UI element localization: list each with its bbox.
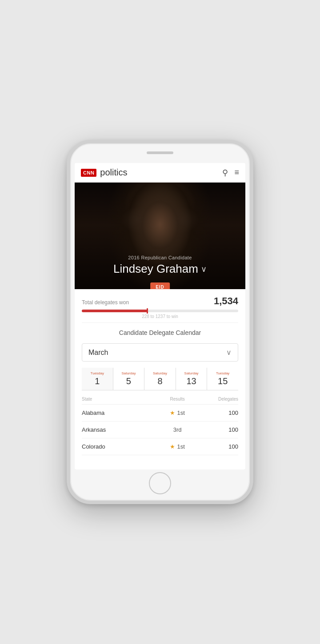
menu-icon[interactable]: ≡ [234,168,239,177]
delegates-count: 1,534 [214,295,238,307]
date-tab-15[interactable]: Tuesday 15 [207,368,238,390]
state-alabama: Alabama [82,409,151,416]
date-tab-15-number: 15 [208,376,237,386]
search-icon[interactable]: ⚲ [222,168,228,178]
month-chevron-icon: ∨ [226,348,232,357]
results-header: State Results Delegates [82,395,238,405]
hero-text: 2016 Republican Candidate Lindsey Graham… [75,255,245,276]
table-row[interactable]: Arkansas 3rd 100 [82,421,238,438]
calendar-section: Candidate Delegate Calendar March ∨ Tues… [75,323,245,461]
col-header-delegates: Delegates [204,397,238,402]
date-tab-13[interactable]: Saturday 13 [176,368,208,390]
date-tab-15-label: Tuesday [208,371,237,375]
date-tab-1-label: Tuesday [83,371,112,375]
result-arkansas-place: 3rd [151,426,203,433]
results-table: State Results Delegates Alabama ★ 1st 10… [82,395,238,455]
date-tabs: Tuesday 1 Saturday 5 Saturday 8 Saturday… [82,368,238,390]
phone-frame: CNN politics ⚲ ≡ 2016 Republican Candida… [67,140,253,504]
calendar-title: Candidate Delegate Calendar [82,329,238,336]
delegates-row: Total delegates won 1,534 [82,295,238,307]
result-colorado-delegates: 100 [204,443,238,450]
app-header: CNN politics ⚲ ≡ [75,163,245,183]
cnn-logo: CNN [81,169,96,177]
date-tab-1[interactable]: Tuesday 1 [82,368,113,390]
date-tab-8-number: 8 [145,376,175,386]
result-arkansas-delegates: 100 [204,426,238,433]
progress-bar-container [82,310,238,312]
star-icon: ★ [170,409,175,416]
col-header-results: Results [151,397,203,402]
hero-name[interactable]: Lindsey Graham ∨ [75,262,245,276]
date-tab-1-number: 1 [83,376,112,386]
date-tab-13-label: Saturday [177,371,206,375]
eid-badge: EID [150,282,170,289]
progress-bar-fill [82,310,148,312]
date-tab-8[interactable]: Saturday 8 [144,368,176,390]
hero-section: 2016 Republican Candidate Lindsey Graham… [75,183,245,289]
delegates-section: Total delegates won 1,534 228 to 1237 to… [75,289,245,322]
star-icon: ★ [170,443,175,450]
result-alabama-place: ★ 1st [151,409,203,416]
date-tab-13-number: 13 [177,376,206,386]
result-colorado-place: ★ 1st [151,443,203,450]
date-tab-5[interactable]: Saturday 5 [113,368,145,390]
table-row[interactable]: Alabama ★ 1st 100 [82,405,238,421]
hero-subtitle: 2016 Republican Candidate [75,255,245,260]
month-label: March [88,349,108,357]
state-colorado: Colorado [82,443,151,450]
delegates-label: Total delegates won [82,299,129,306]
date-tab-5-number: 5 [114,376,144,386]
col-header-state: State [82,397,151,402]
state-arkansas: Arkansas [82,426,151,433]
date-tab-8-label: Saturday [145,371,175,375]
result-alabama-delegates: 100 [204,409,238,416]
app-title: politics [100,167,222,178]
table-row[interactable]: Colorado ★ 1st 100 [82,438,238,455]
date-tab-5-label: Saturday [114,371,144,375]
header-icons: ⚲ ≡ [222,168,239,178]
month-selector[interactable]: March ∨ [82,343,238,362]
candidate-chevron: ∨ [201,264,207,274]
progress-label: 228 to 1237 to win [82,314,238,319]
screen: CNN politics ⚲ ≡ 2016 Republican Candida… [75,163,245,469]
